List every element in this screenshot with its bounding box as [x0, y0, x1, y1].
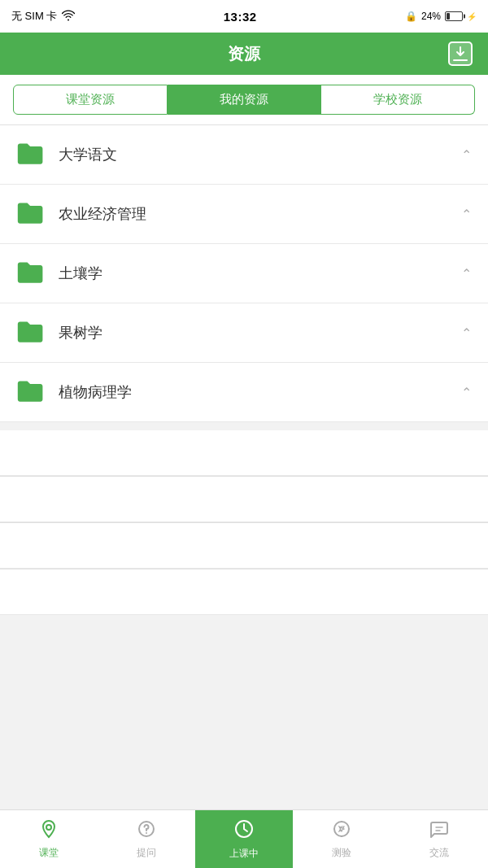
download-resource-icon[interactable]: [447, 41, 473, 67]
folder-icon: [16, 318, 46, 347]
empty-row: [0, 569, 488, 615]
chevron-up-icon: ⌃: [461, 325, 472, 341]
svg-point-3: [146, 832, 147, 834]
battery-percent: 24%: [421, 11, 441, 22]
folder-icon: [16, 199, 46, 229]
nav-item-quiz[interactable]: 测验: [293, 810, 390, 868]
clock-icon: [233, 818, 255, 844]
folder-name: 大学语文: [59, 145, 455, 164]
folder-name: 植物病理学: [59, 382, 455, 402]
folder-item[interactable]: 果树学 ⌃: [0, 303, 488, 363]
nav-label-question: 提问: [137, 846, 156, 860]
tab-classroom-resources[interactable]: 课堂资源: [13, 85, 168, 115]
status-left: 无 SIM 卡: [11, 9, 75, 24]
content-area: 课堂资源 我的资源 学校资源 大学语文 ⌃ 农业经济管理: [0, 75, 488, 836]
bolt-icon: ⚡: [467, 12, 477, 21]
nav-label-quiz: 测验: [332, 846, 351, 860]
empty-row: [0, 477, 488, 522]
status-right: 🔒 24% ⚡: [405, 11, 477, 22]
empty-row: [0, 430, 488, 476]
compass-icon: [332, 819, 351, 844]
nav-label-chat: 交流: [429, 846, 449, 860]
nav-item-chat[interactable]: 交流: [390, 810, 488, 868]
location-icon: [39, 819, 59, 844]
sub-tabs: 课堂资源 我的资源 学校资源: [0, 75, 488, 125]
battery-icon: [445, 11, 463, 21]
folder-name: 土壤学: [59, 264, 455, 283]
chevron-up-icon: ⌃: [461, 147, 472, 163]
header: 资源: [0, 33, 488, 75]
chevron-up-icon: ⌃: [461, 385, 472, 400]
nav-item-classroom[interactable]: 课堂: [0, 810, 98, 868]
svg-point-5: [334, 822, 349, 836]
folder-icon: [16, 140, 46, 169]
status-time: 13:32: [224, 10, 257, 24]
wifi-icon: [62, 10, 75, 24]
folder-item[interactable]: 农业经济管理 ⌃: [0, 185, 488, 244]
bottom-nav: 课堂 提问 上课中 测验: [0, 809, 488, 868]
lock-icon: 🔒: [405, 11, 417, 22]
folder-icon: [16, 259, 46, 288]
nav-label-classroom: 课堂: [39, 846, 59, 860]
status-bar: 无 SIM 卡 13:32 🔒 24% ⚡: [0, 0, 488, 33]
folder-name: 农业经济管理: [59, 204, 455, 224]
folder-icon: [16, 377, 46, 407]
section-divider: [0, 422, 488, 430]
nav-item-question[interactable]: 提问: [98, 810, 195, 868]
tab-my-resources[interactable]: 我的资源: [168, 85, 321, 115]
nav-label-in-class: 上课中: [229, 847, 259, 861]
folder-item[interactable]: 大学语文 ⌃: [0, 125, 488, 185]
folder-item[interactable]: 土壤学 ⌃: [0, 244, 488, 303]
chat-icon: [429, 819, 449, 844]
folder-list: 大学语文 ⌃ 农业经济管理 ⌃ 土壤学 ⌃: [0, 125, 488, 778]
chevron-up-icon: ⌃: [461, 266, 472, 281]
empty-area: [0, 615, 488, 778]
no-sim-text: 无 SIM 卡: [11, 9, 57, 24]
folder-name: 果树学: [59, 323, 455, 342]
page-title: 资源: [228, 43, 260, 65]
empty-row: [0, 523, 488, 569]
question-icon: [137, 819, 156, 844]
chevron-up-icon: ⌃: [461, 207, 472, 222]
nav-item-in-class[interactable]: 上课中: [195, 810, 293, 868]
folder-item[interactable]: 植物病理学 ⌃: [0, 363, 488, 422]
svg-point-1: [46, 825, 51, 830]
tab-school-resources[interactable]: 学校资源: [321, 85, 475, 115]
